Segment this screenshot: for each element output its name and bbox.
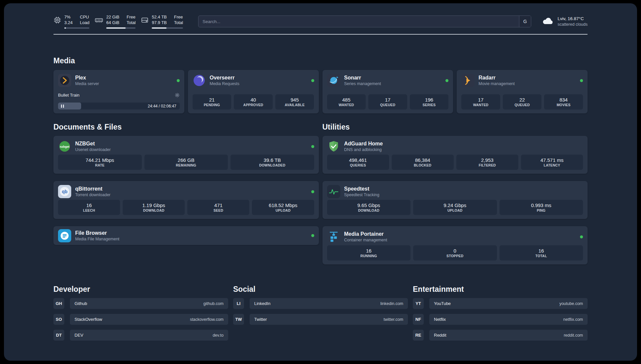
cpu-widget: 7% 3.24 CPU Load <box>53 14 89 29</box>
app-desc: Torrent downloader <box>75 192 110 197</box>
stat-box: 834 MOVIES <box>544 94 583 109</box>
cpu-chip-icon <box>53 16 61 25</box>
bookmark-domain: netflix.com <box>563 317 583 322</box>
dashboard-window: 7% 3.24 CPU Load <box>4 3 637 361</box>
bookmark-domain: linkedin.com <box>381 301 403 306</box>
stat-box: 22 QUEUED <box>503 94 542 109</box>
stat-box: 471 SEED <box>187 200 249 215</box>
bookmark-dev[interactable]: DT DEV dev.to <box>53 330 228 341</box>
stat-box: 2,953 FILTERED <box>456 155 518 170</box>
app-card-qbittorrent[interactable]: qb qBittorrent Torrent downloader 16 LEE… <box>53 181 319 219</box>
stat-box: 16 LEECH <box>58 200 120 215</box>
bookmark-youtube[interactable]: YT YouTube youtube.com <box>413 298 588 309</box>
ram-widget: 22 GiB 64 GiB Free Total <box>95 14 136 29</box>
app-card-portainer[interactable]: Media Portainer Container management 16 … <box>322 226 588 264</box>
section-title-media: Media <box>53 56 588 65</box>
stat-box: 16 TOTAL <box>500 245 583 260</box>
app-card-nzbget[interactable]: nzbget NZBGet Usenet downloader 744.21 M… <box>53 136 319 174</box>
app-name: AdGuard Home <box>344 140 383 147</box>
cpu-label-2: Load <box>80 20 89 25</box>
app-card-radarr[interactable]: Radarr Movie management 17 WANTED 22 QUE… <box>457 70 588 113</box>
app-desc: Media Requests <box>210 81 239 86</box>
weather-widget: Lviv, 16.87°C scattered clouds <box>541 16 588 27</box>
app-desc: Series management <box>344 81 381 86</box>
bookmark-name: YouTube <box>434 301 451 306</box>
settings-gear-icon[interactable] <box>175 93 180 98</box>
status-dot <box>580 79 583 82</box>
status-dot <box>311 190 314 193</box>
weather-condition: scattered clouds <box>558 22 588 27</box>
media-cards-row: Plex Media server Bullet Train 24:44 / 0… <box>53 70 588 113</box>
bookmark-name: Reddit <box>434 333 446 338</box>
bookmark-domain: reddit.com <box>564 333 583 338</box>
stat-box: 21 PENDING <box>193 94 231 109</box>
section-title-entertainment: Entertainment <box>413 285 588 294</box>
ram-label-1: Free <box>127 14 136 20</box>
app-card-plex[interactable]: Plex Media server Bullet Train 24:44 / 0… <box>53 70 184 113</box>
bookmark-name: Twitter <box>254 317 267 322</box>
stat-box: 485 WANTED <box>327 94 366 109</box>
app-desc: Container management <box>344 237 387 243</box>
app-card-overseerr[interactable]: Overseerr Media Requests 21 PENDING 40 A… <box>188 70 319 113</box>
disk-icon <box>141 16 149 25</box>
app-name: NZBGet <box>75 140 111 147</box>
pause-icon[interactable] <box>61 105 64 108</box>
bookmark-linkedin[interactable]: LI LinkedIn linkedin.com <box>233 298 408 309</box>
app-desc: Usenet downloader <box>75 147 111 152</box>
now-playing-title: Bullet Train <box>58 93 79 98</box>
stat-box: 744.21 Mbps RATE <box>58 155 142 170</box>
app-desc: Speedtest Tracking <box>344 192 380 197</box>
status-dot <box>311 79 314 82</box>
status-dot <box>311 234 314 237</box>
cpu-percent: 7% <box>64 14 73 20</box>
adguard-icon <box>327 140 340 153</box>
disk-label-2: Total <box>174 20 183 25</box>
bookmark-abbr: RE <box>413 330 424 341</box>
cpu-label-1: CPU <box>80 14 89 20</box>
bookmark-github[interactable]: GH Github github.com <box>53 298 228 309</box>
svg-text:nzbget: nzbget <box>60 145 70 148</box>
bookmarks-developer: Developer GH Github github.com SO StackO… <box>53 285 228 346</box>
bookmark-reddit[interactable]: RE Reddit reddit.com <box>413 330 588 341</box>
bookmark-name: DEV <box>75 333 83 338</box>
bookmark-name: Netflix <box>434 317 446 322</box>
section-title-documents: Documents & Files <box>53 123 319 132</box>
bookmark-abbr: DT <box>53 330 64 341</box>
app-name: File Browser <box>75 230 119 236</box>
app-desc: Media server <box>75 81 99 86</box>
bookmark-stackoverflow[interactable]: SO StackOverflow stackoverflow.com <box>53 314 228 325</box>
svg-text:qb: qb <box>62 189 67 194</box>
utilities-column: Utilities AdGuard Home DNS and adblockin… <box>322 123 588 264</box>
filebrowser-icon <box>58 229 71 242</box>
cpu-usage-bar <box>64 27 89 29</box>
stat-box: 17 QUEUED <box>368 94 407 109</box>
topbar-divider <box>53 34 588 35</box>
bookmark-domain: dev.to <box>213 333 224 338</box>
search-engine-button[interactable]: G <box>519 16 531 27</box>
stat-box: 17 WANTED <box>461 94 500 109</box>
disk-free: 52.4 TB <box>152 14 167 20</box>
app-desc: Movie management <box>478 81 515 86</box>
search-input[interactable] <box>198 16 519 27</box>
stat-box: 47.571 ms LATENCY <box>521 155 583 170</box>
stat-box: 266 GB REMAINING <box>144 155 228 170</box>
status-dot <box>311 145 314 148</box>
overseerr-icon <box>193 74 206 87</box>
app-card-speedtest[interactable]: Speedtest Speedtest Tracking 9.65 Gbps D… <box>322 181 588 219</box>
search-bar: G <box>198 15 531 27</box>
disk-total: 97.9 TB <box>152 20 167 25</box>
bookmark-domain: youtube.com <box>559 301 583 306</box>
bookmark-domain: stackoverflow.com <box>190 317 224 322</box>
portainer-icon <box>327 230 340 243</box>
nzbget-icon: nzbget <box>58 140 71 153</box>
app-card-filebrowser[interactable]: File Browser Media File Management <box>53 226 319 245</box>
sonarr-icon <box>327 74 340 87</box>
radarr-icon <box>461 74 474 87</box>
bookmark-netflix[interactable]: NF Netflix netflix.com <box>413 314 588 325</box>
app-card-adguard[interactable]: AdGuard Home DNS and adblocking 498,461 … <box>322 136 588 174</box>
app-card-sonarr[interactable]: Sonarr Series management 485 WANTED 17 Q… <box>322 70 453 113</box>
playback-progress-bar[interactable]: 24:44 / 02:06:47 <box>58 103 180 109</box>
stat-box: 86,384 BLOCKED <box>392 155 454 170</box>
bookmark-twitter[interactable]: TW Twitter twitter.com <box>233 314 408 325</box>
bookmark-domain: github.com <box>203 301 224 306</box>
